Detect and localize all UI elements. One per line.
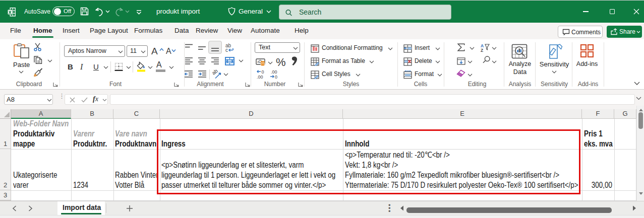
svg-text:0: 0 xyxy=(262,69,264,75)
svg-text:.00: .00 xyxy=(257,75,263,79)
svg-text:0: 0 xyxy=(275,75,277,79)
svg-text:Z: Z xyxy=(481,48,483,52)
svg-text:ab: ab xyxy=(212,69,219,76)
svg-text:c: c xyxy=(225,47,228,52)
svg-text:.00: .00 xyxy=(271,69,277,75)
